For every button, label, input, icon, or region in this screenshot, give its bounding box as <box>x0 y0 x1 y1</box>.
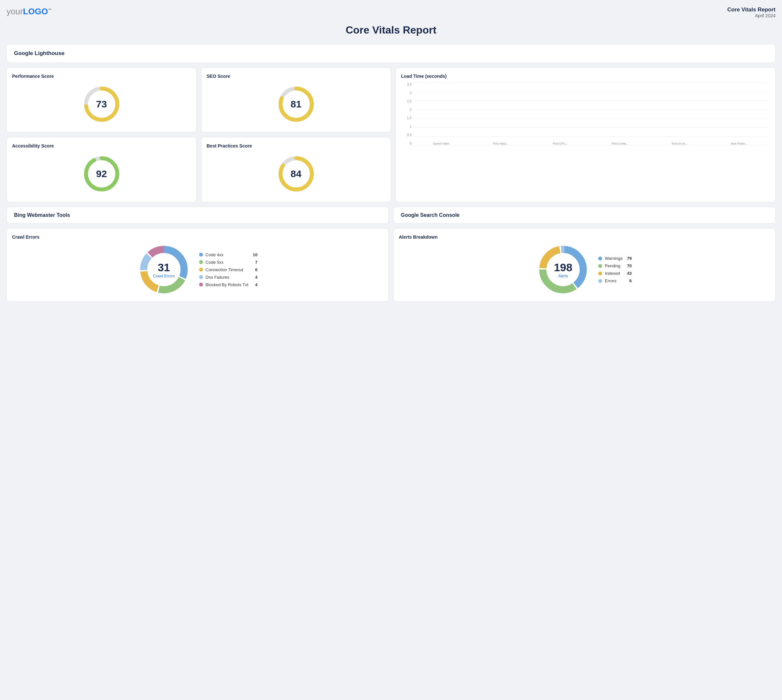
best-practices-donut-container: 84 <box>207 152 386 196</box>
bar-label-fid: First Input... <box>493 142 509 145</box>
lighthouse-section-header: Google Lighthouse <box>7 44 775 63</box>
crawl-label-5xx: Code 5xx <box>206 260 248 265</box>
crawl-errors-card: Crawl Errors 31 Crawl Errors <box>7 228 389 302</box>
header-report-title: Core Vitals Report <box>727 7 775 13</box>
alerts-val-warnings: 79 <box>625 256 632 261</box>
alerts-label-errors: Errors <box>605 278 622 283</box>
crawl-label-timeout: Connection Timeout <box>206 267 248 272</box>
crawl-dot-robots <box>199 283 203 287</box>
crawl-label-dns: Dns Failures <box>206 275 248 280</box>
performance-score-card: Performance Score 73 <box>7 67 197 133</box>
crawl-legend: Code 4xx 10 Code 5xx 7 Connection Timeou… <box>199 252 257 287</box>
load-time-chart-title: Load Time (seconds) <box>401 73 770 79</box>
crawl-legend-timeout: Connection Timeout 6 <box>199 267 257 272</box>
y-label-15: 1.5 <box>407 116 411 120</box>
seo-score-card: SEO Score 81 <box>201 67 391 133</box>
crawl-dot-dns <box>199 275 203 279</box>
left-score-cards: Performance Score 73 Accessibility Score <box>7 67 197 202</box>
alerts-donut-center: 198 Alerts <box>554 261 573 278</box>
alerts-donut-wrap: 198 Alerts <box>537 243 589 296</box>
alerts-legend: Warnings 79 Pending 70 Indexed 43 Errors… <box>598 256 632 283</box>
crawl-val-dns: 4 <box>251 275 257 280</box>
y-label-1: 1 <box>409 125 411 128</box>
crawl-legend-4xx: Code 4xx 10 <box>199 252 257 257</box>
logo-your: your <box>7 7 23 16</box>
alerts-label-warnings: Warnings <box>605 256 622 261</box>
performance-donut-container: 73 <box>12 82 191 126</box>
gsc-section-header: Google Search Console <box>393 207 775 224</box>
alerts-val-errors: 6 <box>625 278 632 283</box>
seo-score-title: SEO Score <box>207 73 230 79</box>
bar-label-speed: Speed Index <box>433 142 449 145</box>
bottom-cards: Crawl Errors 31 Crawl Errors <box>7 228 775 302</box>
alerts-dot-indexed <box>598 272 602 275</box>
crawl-val-timeout: 6 <box>251 267 257 272</box>
alerts-dot-pending <box>598 264 602 268</box>
y-label-2: 2 <box>409 108 411 112</box>
bar-label-tti: Time to Int... <box>672 142 688 145</box>
crawl-dot-timeout <box>199 268 203 272</box>
header-report-info: Core Vitals Report April 2024 <box>727 7 775 18</box>
alerts-label-pending: Pending <box>605 263 622 268</box>
crawl-label-4xx: Code 4xx <box>206 252 248 257</box>
y-label-25: 2.5 <box>407 100 411 103</box>
alerts-title: Alerts Breakdown <box>399 234 770 240</box>
bar-group-tti: Time to Int... <box>651 141 708 145</box>
y-label-35: 3.5 <box>407 83 411 86</box>
crawl-val-5xx: 7 <box>251 260 257 265</box>
best-practices-donut-wrap: 84 <box>277 154 316 193</box>
seo-donut-wrap: 81 <box>277 85 316 124</box>
alerts-legend-warnings: Warnings 79 <box>598 256 632 261</box>
alerts-total-label: Alerts <box>554 274 573 278</box>
performance-donut-wrap: 73 <box>82 85 121 124</box>
y-label-05: 0.5 <box>407 133 411 137</box>
crawl-total-label: Crawl Errors <box>153 274 175 278</box>
alerts-total-value: 198 <box>554 261 573 274</box>
seo-score-value: 81 <box>291 98 301 110</box>
bar-label-cpu: First CPU... <box>553 142 568 145</box>
bar-chart-area: 3.5 3 2.5 2 1.5 1 0.5 0 Speed Index Firs… <box>401 83 770 154</box>
tool-headers: Bing Webmaster Tools Google Search Conso… <box>7 207 775 224</box>
bar-group-fid: First Input... <box>473 141 529 145</box>
bar-label-fcp: First Conte... <box>612 142 628 145</box>
alerts-dot-warnings <box>598 257 602 260</box>
scores-grid: Performance Score 73 Accessibility Score <box>7 67 775 202</box>
accessibility-donut-wrap: 92 <box>82 154 121 193</box>
crawl-legend-5xx: Code 5xx 7 <box>199 260 257 265</box>
bar-group-cpu: First CPU... <box>532 141 588 145</box>
crawl-legend-dns: Dns Failures 4 <box>199 275 257 280</box>
crawl-donut-wrap: 31 Crawl Errors <box>138 243 190 296</box>
crawl-val-robots: 4 <box>251 282 257 287</box>
crawl-inner: 31 Crawl Errors Code 4xx 10 Code 5xx 7 <box>12 243 383 296</box>
crawl-label-robots: Blocked By Robots Txt <box>206 282 248 287</box>
best-practices-score-card: Best Practices Score 84 <box>201 137 391 202</box>
crawl-val-4xx: 10 <box>251 252 257 257</box>
alerts-legend-pending: Pending 70 <box>598 263 632 268</box>
y-axis: 3.5 3 2.5 2 1.5 1 0.5 0 <box>401 83 411 145</box>
page-title: Core Vitals Report <box>7 24 775 36</box>
performance-score-title: Performance Score <box>12 73 54 79</box>
load-time-chart-card: Load Time (seconds) 3.5 3 2.5 2 1.5 1 <box>396 67 775 202</box>
y-label-0: 0 <box>409 142 411 145</box>
bar-group-fcp: First Conte... <box>592 141 648 145</box>
middle-score-cards: SEO Score 81 Best Practices Score <box>201 67 391 202</box>
bar-group-speed: Speed Index <box>413 141 469 145</box>
alerts-dot-errors <box>598 279 602 283</box>
alerts-legend-errors: Errors 6 <box>598 278 632 283</box>
crawl-total-value: 31 <box>153 261 175 274</box>
logo-brand: LOGO <box>23 7 48 16</box>
bar-group-max: Max Poten... <box>711 141 767 145</box>
alerts-label-indexed: Indexed <box>605 271 622 276</box>
performance-score-value: 73 <box>96 98 107 110</box>
alerts-legend-indexed: Indexed 43 <box>598 271 632 276</box>
bing-section-header: Bing Webmaster Tools <box>7 207 389 224</box>
alerts-breakdown-card: Alerts Breakdown 198 Alerts <box>393 228 775 302</box>
accessibility-score-value: 92 <box>96 168 107 179</box>
crawl-legend-robots: Blocked By Robots Txt 4 <box>199 282 257 287</box>
crawl-errors-title: Crawl Errors <box>12 234 383 240</box>
alerts-val-indexed: 43 <box>625 271 632 276</box>
seo-donut-container: 81 <box>207 82 386 126</box>
y-label-3: 3 <box>409 91 411 95</box>
best-practices-score-value: 84 <box>291 168 301 179</box>
crawl-dot-5xx <box>199 260 203 264</box>
